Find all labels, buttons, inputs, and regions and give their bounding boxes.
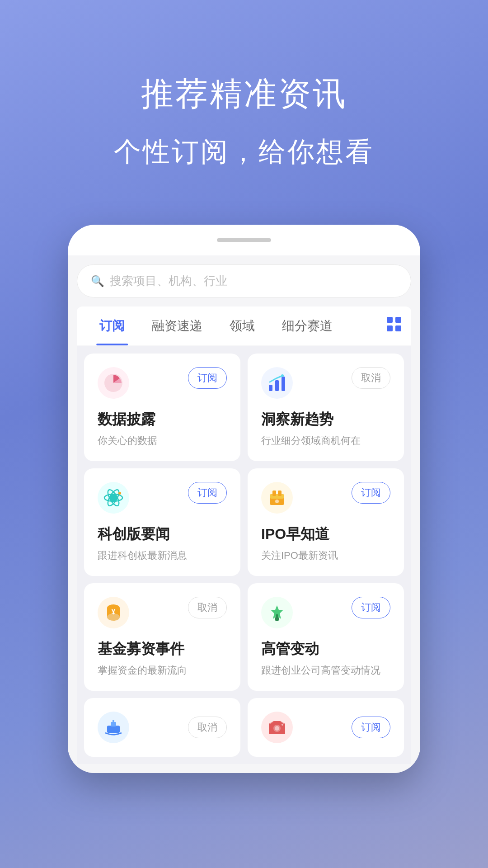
search-input-placeholder: 搜索项目、机构、行业	[110, 273, 227, 289]
svg-rect-25	[107, 726, 120, 733]
svg-rect-16	[272, 491, 276, 496]
card-ipo-early-action[interactable]: 订阅	[352, 482, 390, 504]
svg-rect-15	[270, 494, 284, 499]
svg-rect-0	[387, 317, 393, 323]
card-ipo-early-desc: 关注IPO最新资讯	[261, 549, 390, 562]
svg-rect-6	[275, 380, 279, 391]
svg-rect-2	[387, 326, 393, 331]
hero-subtitle: 个性订阅，给你想看	[0, 134, 488, 170]
svg-point-13	[118, 492, 121, 495]
card-science-news: 订阅 科创版要闻 跟进科创板最新消息	[84, 468, 240, 576]
card-new-trends-title: 洞察新趋势	[261, 410, 390, 429]
card-data-reveal-desc: 你关心的数据	[98, 434, 227, 448]
tab-subscribe[interactable]: 订阅	[86, 307, 138, 345]
svg-text:¥: ¥	[112, 608, 116, 616]
svg-point-18	[275, 500, 279, 503]
phone-notch	[217, 238, 271, 242]
card-camera: 订阅	[248, 698, 404, 757]
card-new-trends: 取消 洞察新趋势 行业细分领域商机何在	[248, 354, 404, 461]
svg-rect-17	[278, 491, 282, 496]
card-new-trends-action[interactable]: 取消	[352, 367, 390, 389]
svg-point-8	[281, 374, 284, 377]
tab-domain[interactable]: 领域	[216, 307, 268, 345]
card-science-news-title: 科创版要闻	[98, 524, 227, 544]
card-ship-action[interactable]: 取消	[188, 717, 227, 738]
svg-point-30	[282, 724, 283, 726]
cards-grid: 订阅 数据披露 你关心的数据	[77, 346, 411, 698]
bottom-partial-cards: 取消 订阅	[77, 698, 411, 764]
card-fund-events-title: 基金募资事件	[98, 639, 227, 659]
search-icon: 🔍	[91, 275, 104, 288]
card-fund-events-action[interactable]: 取消	[188, 597, 227, 618]
svg-rect-27	[113, 720, 114, 723]
card-ipo-early: 订阅 IPO早知道 关注IPO最新资讯	[248, 468, 404, 576]
card-fund-events-desc: 掌握资金的最新流向	[98, 664, 227, 677]
card-fund-events: ¥ 取消 基金募资事件 掌握资金的最新流向	[84, 583, 240, 691]
card-exec-change-action[interactable]: 订阅	[352, 597, 390, 618]
tabs-bar: 订阅 融资速递 领域 细分赛道	[77, 307, 411, 345]
grid-view-icon[interactable]	[386, 316, 402, 336]
card-exec-change-title: 高管变动	[261, 639, 390, 659]
svg-rect-1	[395, 317, 401, 323]
hero-title: 推荐精准资讯	[0, 72, 488, 116]
card-data-reveal-title: 数据披露	[98, 410, 227, 429]
svg-rect-24	[276, 614, 278, 620]
card-data-reveal: 订阅 数据披露 你关心的数据	[84, 354, 240, 461]
card-ipo-early-title: IPO早知道	[261, 524, 390, 544]
svg-rect-3	[395, 326, 401, 331]
card-exec-change: 订阅 高管变动 跟进创业公司高管变动情况	[248, 583, 404, 691]
card-data-reveal-action[interactable]: 订阅	[188, 367, 227, 389]
search-bar[interactable]: 🔍 搜索项目、机构、行业	[77, 264, 411, 297]
svg-rect-7	[282, 377, 285, 391]
svg-point-29	[275, 726, 279, 731]
tab-segment[interactable]: 细分赛道	[268, 307, 346, 345]
card-science-news-desc: 跟进科创板最新消息	[98, 549, 227, 562]
card-new-trends-desc: 行业细分领域商机何在	[261, 434, 390, 448]
tab-financing[interactable]: 融资速递	[138, 307, 216, 345]
card-science-news-action[interactable]: 订阅	[188, 482, 227, 504]
card-ship: 取消	[84, 698, 240, 757]
card-exec-change-desc: 跟进创业公司高管变动情况	[261, 664, 390, 677]
phone-mockup: 🔍 搜索项目、机构、行业 订阅 融资速递 领域 细分赛道	[68, 225, 420, 773]
svg-rect-5	[269, 385, 272, 391]
card-camera-action[interactable]: 订阅	[352, 717, 390, 738]
